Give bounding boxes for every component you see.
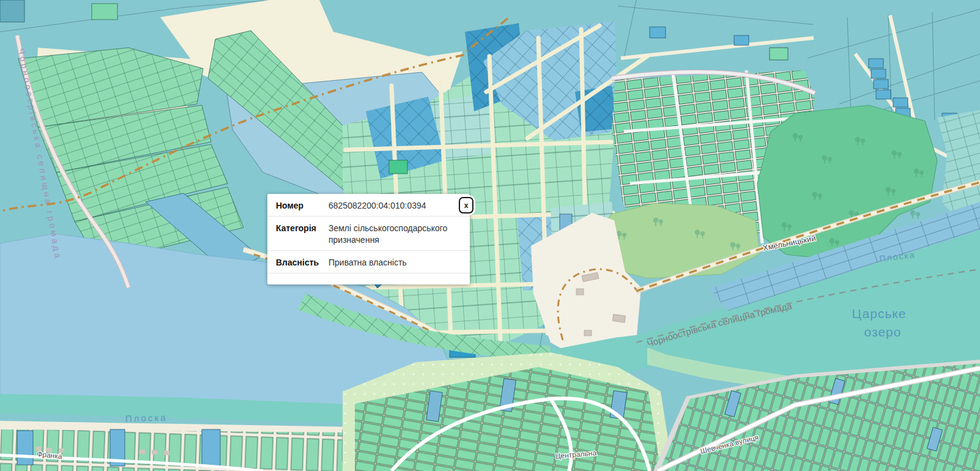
label-lake-tsarske-line1: Царське	[852, 306, 907, 321]
parcel-green[interactable]	[770, 48, 788, 60]
parcel[interactable]	[92, 4, 117, 20]
parcel-info-popup: Номер 6825082200:04:010:0394 Категорія З…	[267, 194, 470, 284]
popup-row-category: Категорія Землі сільськогосподарського п…	[267, 217, 470, 251]
popup-label-category: Категорія	[276, 223, 329, 246]
map-viewport: Плоска Плоска Царське озеро Чорноострівс…	[0, 0, 980, 471]
popup-close-button[interactable]: x	[459, 197, 473, 213]
parcel[interactable]	[0, 0, 24, 22]
label-lake-tsarske-line2: озеро	[864, 325, 902, 339]
popup-label-number: Номер	[276, 200, 329, 212]
map-canvas[interactable]: Плоска Плоска Царське озеро Чорноострівс…	[0, 0, 980, 471]
popup-row-ownership: Власність Приватна власність	[267, 251, 470, 273]
parcel-bright-green[interactable]	[389, 160, 407, 174]
popup-row-number: Номер 6825082200:04:010:0394	[267, 194, 470, 217]
popup-label-ownership: Власність	[276, 257, 329, 269]
label-river-ploska-west: Плоска	[125, 412, 168, 424]
popup-value-number: 6825082200:04:010:0394	[329, 200, 462, 212]
popup-value-category: Землі сільськогосподарського призначення	[329, 223, 462, 246]
popup-value-ownership: Приватна власність	[329, 257, 462, 269]
